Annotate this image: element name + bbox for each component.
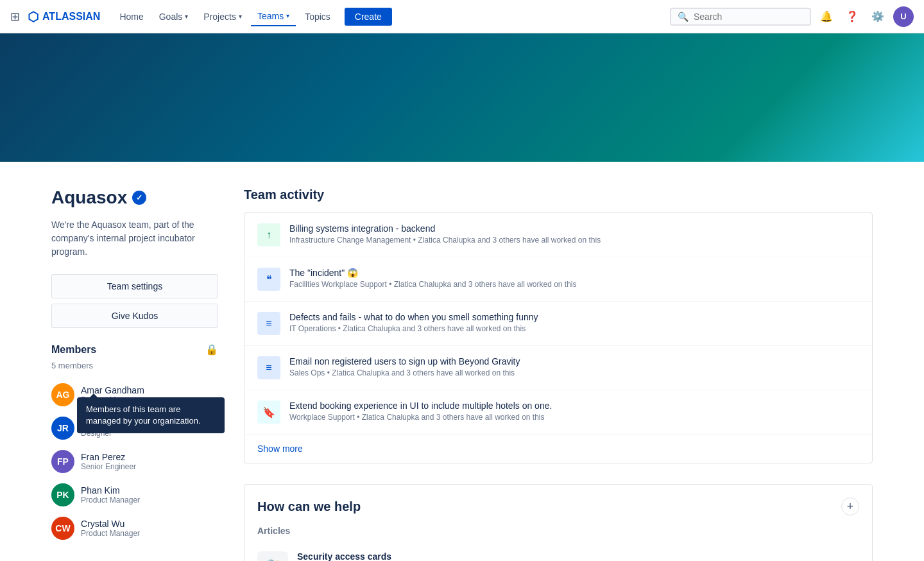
nav-projects[interactable]: Projects ▾ xyxy=(197,8,248,26)
notifications-button[interactable]: 🔔 xyxy=(816,6,837,27)
give-kudos-button[interactable]: Give Kudos xyxy=(51,304,218,328)
activity-text-4: Email non registered users to sign up wi… xyxy=(289,356,520,377)
activity-title: Team activity xyxy=(244,187,873,202)
activity-icon-2: ❝ xyxy=(257,268,280,291)
nav-links: Home Goals ▾ Projects ▾ Teams ▾ Topics C… xyxy=(113,7,670,26)
hero-banner xyxy=(0,33,924,162)
search-box[interactable]: 🔍 xyxy=(670,8,811,26)
atlassian-logo-text: ATLASSIAN xyxy=(42,11,100,22)
articles-title: Articles xyxy=(257,526,859,536)
help-title: How can we help xyxy=(257,499,361,514)
article-img-1: 🔐 xyxy=(257,551,288,561)
member-info-fran: Fran Perez Senior Engineer xyxy=(81,452,136,471)
members-count: 5 members xyxy=(51,361,218,370)
help-header: How can we help + xyxy=(257,497,859,515)
member-avatar-fran[interactable]: FP xyxy=(51,450,74,473)
left-panel: Aquasox ✓ We're the Aquasox team, part o… xyxy=(51,187,218,561)
activity-item-4: ≡ Email non registered users to sign up … xyxy=(244,346,872,390)
member-item: CW Crystal Wu Product Manager xyxy=(51,512,218,545)
activity-item-1: ↑ Billing systems integration - backend … xyxy=(244,213,872,257)
activity-text-3: Defects and fails - what to do when you … xyxy=(289,312,538,333)
logo[interactable]: ⬡ ATLASSIAN xyxy=(28,9,100,24)
verified-badge: ✓ xyxy=(132,191,146,205)
navbar: ⊞ ⬡ ATLASSIAN Home Goals ▾ Projects ▾ Te… xyxy=(0,0,924,33)
team-description: We're the Aquasox team, part of the comp… xyxy=(51,218,218,259)
nav-topics[interactable]: Topics xyxy=(298,8,337,26)
member-info-crystal: Crystal Wu Product Manager xyxy=(81,519,140,538)
member-avatar-amar[interactable]: AG xyxy=(51,383,74,406)
lock-icon[interactable]: 🔒 xyxy=(205,343,218,356)
activity-icon-4: ≡ xyxy=(257,356,280,379)
nav-goals[interactable]: Goals ▾ xyxy=(153,8,195,26)
activity-item-2: ❝ The "incident" 😱 Facilities Workplace … xyxy=(244,257,872,302)
members-tooltip: Members of this team are managed by your… xyxy=(77,397,225,433)
search-icon: 🔍 xyxy=(678,12,689,22)
nav-home[interactable]: Home xyxy=(113,8,150,26)
member-item: FP Fran Perez Senior Engineer xyxy=(51,445,218,478)
activity-icon-5: 🔖 xyxy=(257,401,280,424)
member-info-phan: Phan Kim Product Manager xyxy=(81,485,140,505)
nav-teams[interactable]: Teams ▾ xyxy=(251,7,296,26)
activity-icon-1: ↑ xyxy=(257,223,280,246)
team-settings-button[interactable]: Team settings xyxy=(51,274,218,298)
main-content: Aquasox ✓ We're the Aquasox team, part o… xyxy=(0,162,924,561)
activity-text-5: Extend booking experience in UI to inclu… xyxy=(289,401,552,422)
activity-icon-3: ≡ xyxy=(257,312,280,335)
help-card: How can we help + Articles 🔐 Security ac… xyxy=(244,484,873,561)
help-button[interactable]: ❓ xyxy=(842,6,862,27)
member-avatar-crystal[interactable]: CW xyxy=(51,517,74,540)
activity-card: ↑ Billing systems integration - backend … xyxy=(244,212,873,463)
article-item-1: 🔐 Security access cards Having issues wi… xyxy=(257,544,859,561)
create-button[interactable]: Create xyxy=(345,8,392,26)
member-item: AG Amar Gandham Product Manager Members … xyxy=(51,378,218,411)
user-avatar[interactable]: U xyxy=(893,6,914,27)
settings-button[interactable]: ⚙️ xyxy=(868,6,888,27)
member-avatar-jane[interactable]: JR xyxy=(51,417,74,440)
projects-chevron-icon: ▾ xyxy=(239,13,242,20)
members-section: Members 🔒 5 members AG Amar Gandham Prod… xyxy=(51,343,218,545)
activity-item-3: ≡ Defects and fails - what to do when yo… xyxy=(244,302,872,346)
activity-text-1: Billing systems integration - backend In… xyxy=(289,223,601,245)
right-panel: Team activity ↑ Billing systems integrat… xyxy=(244,187,873,561)
teams-chevron-icon: ▾ xyxy=(286,12,289,19)
article-text-1: Security access cards Having issues with… xyxy=(297,551,588,561)
show-more-button[interactable]: Show more xyxy=(244,435,872,463)
activity-text-2: The "incident" 😱 Facilities Workplace Su… xyxy=(289,268,577,289)
search-input[interactable] xyxy=(694,12,803,22)
help-plus-button[interactable]: + xyxy=(841,497,859,515)
nav-right: 🔍 🔔 ❓ ⚙️ U xyxy=(670,6,914,27)
goals-chevron-icon: ▾ xyxy=(185,13,188,20)
members-header: Members 🔒 xyxy=(51,343,218,356)
member-item: PK Phan Kim Product Manager xyxy=(51,478,218,512)
members-title: Members xyxy=(51,344,96,356)
team-name: Aquasox ✓ xyxy=(51,187,218,208)
member-avatar-phan[interactable]: PK xyxy=(51,483,74,506)
activity-item-5: 🔖 Extend booking experience in UI to inc… xyxy=(244,390,872,435)
grid-icon[interactable]: ⊞ xyxy=(10,10,20,24)
atlassian-logo-icon: ⬡ xyxy=(28,9,38,24)
